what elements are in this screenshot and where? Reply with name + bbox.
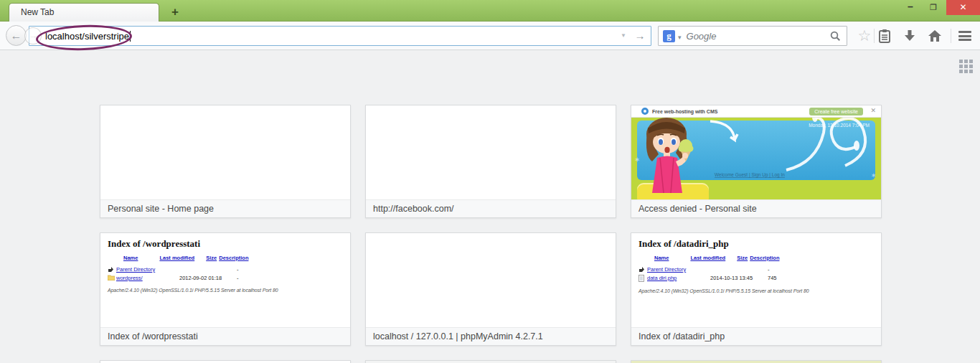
- col-name: Name: [123, 255, 138, 261]
- entry-modified: 2012-09-02 01:18: [179, 275, 237, 281]
- entry-name: Parent Directory: [647, 266, 710, 273]
- tile-thumbnail: Index of /datadiri_php NameLast modified…: [631, 233, 881, 327]
- tile-access-denied[interactable]: Monday, 13.10.2014 7:04 PM Welcome Guest…: [631, 105, 882, 218]
- col-modified: Last modified: [159, 255, 194, 261]
- hosting-topbar-text: Free web-hosting with CMS: [652, 109, 717, 114]
- downloads-icon[interactable]: [900, 26, 920, 46]
- tab-title: New Tab: [21, 7, 54, 17]
- titlebar: New Tab: [0, 0, 980, 22]
- dirlist-row: wordpress/ 2012-09-02 01:18 -: [108, 275, 343, 281]
- entry-size: -: [237, 266, 239, 273]
- tile-phpmyadmin[interactable]: localhost / 127.0.0.1 | phpMyAdmin 4.2.7…: [365, 232, 616, 346]
- tile-thumbnail: [366, 105, 616, 199]
- girl-illustration: [636, 113, 702, 197]
- tile-partial[interactable]: [100, 360, 351, 363]
- col-size: Size: [206, 255, 217, 261]
- dirlist-row: data diri.php 2014-10-13 13:45 745: [639, 275, 874, 282]
- entry-size: -: [237, 275, 239, 281]
- entry-size: 745: [768, 275, 777, 281]
- entry-modified: 2014-10-13 13:45: [710, 275, 768, 281]
- tile-title: Personal site - Home page: [100, 199, 350, 217]
- tile-title: http://facebook.com/: [366, 199, 616, 217]
- create-website-button: Create free website: [809, 108, 863, 116]
- dirlist-heading: Index of /datadiri_php: [639, 238, 874, 250]
- file-icon: [639, 275, 647, 282]
- tile-datadiri[interactable]: Index of /datadiri_php NameLast modified…: [631, 232, 882, 346]
- tile-thumbnail: [366, 233, 616, 327]
- tile-title: Access denied - Personal site: [631, 199, 881, 217]
- parent-dir-icon: [639, 266, 647, 273]
- back-icon[interactable]: [6, 25, 27, 46]
- col-description: Description: [750, 255, 779, 261]
- ucoz-logo-icon: [641, 108, 649, 115]
- entry-name: wordpress/: [116, 275, 179, 281]
- col-modified: Last modified: [690, 255, 725, 261]
- close-banner-icon: [870, 107, 876, 114]
- folder-icon: [108, 275, 116, 280]
- server-signature: Apache/2.4.10 (Win32) OpenSSL/1.0.1i PHP…: [639, 288, 874, 293]
- col-size: Size: [737, 255, 748, 261]
- server-signature: Apache/2.4.10 (Win32) OpenSSL/1.0.1i PHP…: [108, 288, 343, 293]
- welcome-links: Welcome Guest | Sign Up | Log In: [715, 172, 785, 177]
- bookmarks-menu-icon[interactable]: [875, 26, 895, 46]
- tile-title: Index of /datadiri_php: [631, 327, 881, 345]
- toolbar-separator: [951, 29, 951, 43]
- tile-thumbnail: [100, 105, 350, 199]
- search-placeholder: Google: [687, 31, 717, 42]
- search-icon[interactable]: [829, 30, 842, 42]
- navigation-toolbar: localhost/silverstripe g Google: [0, 22, 980, 50]
- tab-new-tab[interactable]: New Tab: [9, 3, 159, 22]
- minimize-icon[interactable]: [901, 0, 920, 15]
- dirlist-columns: NameLast modifiedSizeDescription: [654, 255, 874, 261]
- tiles-grid-icon[interactable]: [959, 60, 974, 74]
- star-decoration: ✶: [871, 171, 877, 179]
- search-input[interactable]: g Google: [658, 26, 847, 46]
- tile-grid: Personal site - Home page http://faceboo…: [100, 105, 882, 363]
- tile-thumbnail: Index of /wordpresstati NameLast modifie…: [100, 233, 350, 327]
- close-icon[interactable]: [946, 0, 980, 15]
- entry-size: -: [768, 266, 770, 273]
- new-tab-page: Personal site - Home page http://faceboo…: [0, 50, 980, 363]
- hamburger-bars: [958, 31, 971, 41]
- hosting-topbar: Free web-hosting with CMS Create free we…: [631, 105, 881, 118]
- name-swirl-decoration: [709, 118, 742, 150]
- col-name: Name: [654, 255, 669, 261]
- tile-wordpresstati[interactable]: Index of /wordpresstati NameLast modifie…: [100, 232, 351, 346]
- parent-dir-icon: [108, 266, 116, 273]
- dirlist-columns: NameLast modifiedSizeDescription: [123, 255, 343, 261]
- tile-facebook[interactable]: http://facebook.com/: [365, 105, 616, 218]
- swirl-decoration: [779, 108, 880, 176]
- dirlist-row: Parent Directory -: [108, 266, 343, 273]
- tile-partial[interactable]: [365, 360, 616, 363]
- dirlist-row: Parent Directory -: [639, 266, 874, 273]
- entry-name: data diri.php: [647, 275, 710, 281]
- tile-partial[interactable]: [631, 360, 882, 363]
- col-description: Description: [219, 255, 248, 261]
- tile-title: Index of /wordpresstati: [100, 327, 350, 345]
- bookmark-star-icon[interactable]: [854, 26, 875, 46]
- home-icon[interactable]: [925, 26, 945, 46]
- new-tab-plus-icon[interactable]: [166, 5, 184, 19]
- google-engine-icon[interactable]: g: [663, 30, 675, 42]
- engine-dropdown-icon[interactable]: [678, 29, 682, 42]
- tile-personal-site[interactable]: Personal site - Home page: [100, 105, 351, 218]
- dirlist-heading: Index of /wordpresstati: [108, 238, 343, 250]
- url-dropdown-icon[interactable]: [618, 27, 629, 45]
- go-arrow-icon[interactable]: [633, 27, 646, 45]
- hamburger-menu-icon[interactable]: [955, 26, 975, 46]
- tile-title: localhost / 127.0.0.1 | phpMyAdmin 4.2.7…: [366, 327, 616, 345]
- restore-icon[interactable]: [924, 0, 943, 15]
- entry-name: Parent Directory: [116, 266, 179, 273]
- tile-thumbnail: Monday, 13.10.2014 7:04 PM Welcome Guest…: [631, 105, 881, 199]
